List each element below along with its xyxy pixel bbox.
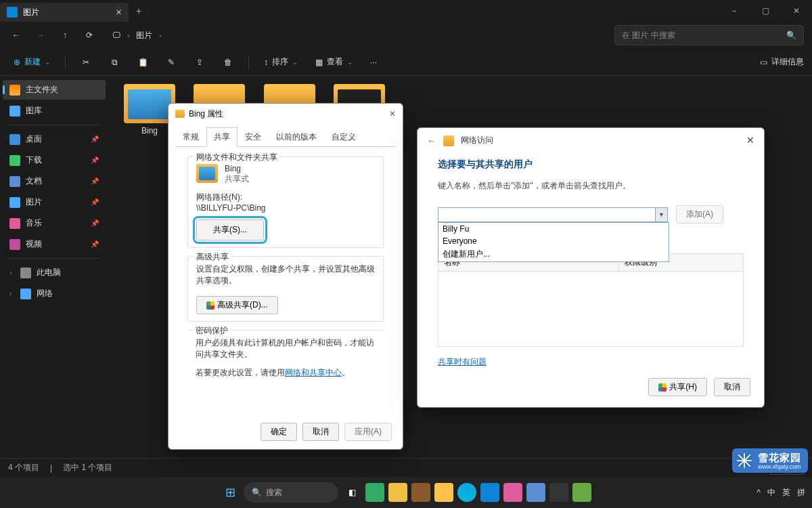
- home-icon: [9, 85, 20, 96]
- user-list: 名称 权限级别: [438, 253, 744, 347]
- share-help-link[interactable]: 共享时有问题: [438, 357, 487, 366]
- add-button[interactable]: 添加(A): [676, 205, 723, 224]
- nav-back-button[interactable]: ←: [8, 27, 24, 43]
- nav-refresh-button[interactable]: ⟳: [81, 27, 97, 43]
- nav-forward-button[interactable]: →: [32, 27, 49, 43]
- taskbar: ⊞ 🔍搜索 ◧ ^ 中 英 拼: [0, 477, 812, 508]
- dropdown-option[interactable]: 创建新用户...: [438, 247, 669, 261]
- sidebar-item-videos[interactable]: 视频📌: [3, 234, 106, 254]
- sidebar: 主文件夹 图库 桌面📌 下载📌 文档📌 图片📌 音乐📌 视频📌 ›此电脑 ›网络: [0, 76, 108, 477]
- tab-security[interactable]: 安全: [238, 127, 269, 147]
- cut-button[interactable]: ✂: [75, 54, 97, 70]
- snowflake-icon: [735, 451, 754, 470]
- taskbar-app-icon[interactable]: [388, 483, 407, 502]
- sidebar-item-gallery[interactable]: 图库: [3, 101, 106, 121]
- taskbar-app-icon[interactable]: [503, 483, 522, 502]
- window-minimize-button[interactable]: −: [719, 0, 750, 22]
- tab-versions[interactable]: 以前的版本: [269, 127, 324, 147]
- taskbar-app-icon[interactable]: [365, 483, 384, 502]
- sort-button[interactable]: ↕ 排序 ⌄: [258, 54, 303, 70]
- copy-button[interactable]: ⧉: [104, 54, 125, 70]
- dialog-close-button[interactable]: ✕: [389, 109, 396, 119]
- ime-indicator[interactable]: 英: [782, 487, 790, 499]
- taskbar-store-icon[interactable]: [480, 483, 499, 502]
- sort-icon: ↕: [264, 58, 268, 67]
- tab-pictures[interactable]: 图片 ✕: [0, 3, 129, 22]
- sidebar-item-pictures[interactable]: 图片📌: [3, 192, 106, 212]
- sidebar-item-desktop[interactable]: 桌面📌: [3, 129, 106, 149]
- taskbar-search[interactable]: 🔍搜索: [244, 482, 338, 503]
- address-bar[interactable]: 🖵 › 图片 ›: [112, 30, 162, 41]
- shield-icon: [206, 301, 215, 310]
- copy-icon: ⧉: [109, 57, 120, 68]
- paste-icon: 📋: [137, 57, 148, 68]
- cancel-button[interactable]: 取消: [302, 423, 339, 441]
- more-button[interactable]: ···: [365, 55, 382, 70]
- nav-up-button[interactable]: ↑: [57, 27, 73, 43]
- search-icon: 🔍: [786, 30, 796, 40]
- sidebar-item-music[interactable]: 音乐📌: [3, 213, 106, 233]
- dialog-title-bar[interactable]: Bing 属性 ✕: [168, 104, 403, 124]
- taskbar-edge-icon[interactable]: [457, 483, 476, 502]
- user-combobox[interactable]: ▼ Billy Fu Everyone 创建新用户...: [438, 207, 668, 222]
- ime-indicator[interactable]: 拼: [797, 487, 805, 499]
- share-heading: 选择要与其共享的用户: [438, 158, 744, 171]
- view-button[interactable]: ▦ 查看 ⌄: [310, 54, 358, 70]
- dropdown-option[interactable]: Everyone: [438, 235, 669, 247]
- combobox-dropdown-button[interactable]: ▼: [655, 208, 667, 221]
- group-advanced-sharing: 高级共享 设置自定义权限，创建多个共享，并设置其他高级共享选项。 高级共享(D)…: [187, 256, 384, 322]
- chevron-down-icon: ⌄: [292, 58, 298, 66]
- breadcrumb-pictures[interactable]: 图片: [136, 30, 152, 41]
- music-icon: [9, 218, 20, 229]
- tab-share[interactable]: 共享: [206, 127, 238, 147]
- sidebar-item-downloads[interactable]: 下载📌: [3, 150, 106, 170]
- window-close-button[interactable]: ✕: [781, 0, 812, 22]
- taskbar-app-icon[interactable]: [526, 483, 545, 502]
- group-network-sharing: 网络文件和文件夹共享 Bing 共享式 网络路径(N): \\BILLYFU-P…: [187, 156, 384, 248]
- sidebar-item-thispc[interactable]: ›此电脑: [3, 263, 106, 282]
- sidebar-item-home[interactable]: 主文件夹: [3, 80, 106, 100]
- tab-general[interactable]: 常规: [175, 127, 206, 147]
- pin-icon: 📌: [91, 198, 99, 206]
- chevron-right-icon: ›: [9, 269, 18, 276]
- user-input[interactable]: [438, 208, 655, 221]
- rename-button[interactable]: ✎: [160, 54, 182, 70]
- share-confirm-button[interactable]: 共享(H): [648, 378, 707, 396]
- tray-chevron-icon[interactable]: ^: [757, 488, 761, 497]
- ime-indicator[interactable]: 中: [767, 487, 775, 499]
- user-dropdown: Billy Fu Everyone 创建新用户...: [438, 222, 669, 262]
- share-button[interactable]: 共享(S)...: [196, 219, 264, 240]
- paste-button[interactable]: 📋: [132, 54, 154, 70]
- trash-icon: 🗑: [223, 57, 233, 68]
- ok-button[interactable]: 确定: [261, 423, 297, 441]
- share-cancel-button[interactable]: 取消: [714, 378, 750, 396]
- system-tray[interactable]: ^ 中 英 拼: [757, 487, 805, 499]
- network-center-link[interactable]: 网络和共享中心: [285, 368, 342, 377]
- folder-icon: [196, 164, 218, 183]
- tab-close-icon[interactable]: ✕: [116, 8, 122, 17]
- new-button[interactable]: ⊕ 新建 ⌄: [8, 54, 55, 70]
- delete-button[interactable]: 🗑: [217, 54, 239, 70]
- back-button[interactable]: ←: [427, 135, 436, 146]
- share-button[interactable]: ⇪: [189, 54, 210, 70]
- task-view-button[interactable]: ◧: [342, 483, 361, 502]
- new-tab-button[interactable]: +: [129, 0, 149, 22]
- search-input[interactable]: 在 图片 中搜索 🔍: [614, 25, 804, 45]
- apply-button[interactable]: 应用(A): [344, 423, 392, 441]
- advanced-share-button[interactable]: 高级共享(D)...: [196, 296, 278, 314]
- sidebar-item-network[interactable]: ›网络: [3, 284, 106, 303]
- details-pane-button[interactable]: ▭ 详细信息: [760, 56, 804, 68]
- start-button[interactable]: ⊞: [221, 483, 240, 502]
- taskbar-explorer-icon[interactable]: [434, 483, 453, 502]
- network-icon: [20, 289, 31, 299]
- taskbar-app-icon[interactable]: [549, 483, 568, 502]
- share-dialog-close-button[interactable]: ✕: [746, 135, 754, 146]
- taskbar-app-icon[interactable]: [572, 483, 591, 502]
- sidebar-item-documents[interactable]: 文档📌: [3, 171, 106, 191]
- dropdown-option[interactable]: Billy Fu: [438, 223, 669, 235]
- taskbar-app-icon[interactable]: [411, 483, 430, 502]
- window-maximize-button[interactable]: ▢: [750, 0, 781, 22]
- tab-custom[interactable]: 自定义: [324, 127, 363, 147]
- advanced-desc: 设置自定义权限，创建多个共享，并设置其他高级共享选项。: [196, 263, 375, 287]
- search-icon: 🔍: [252, 488, 262, 497]
